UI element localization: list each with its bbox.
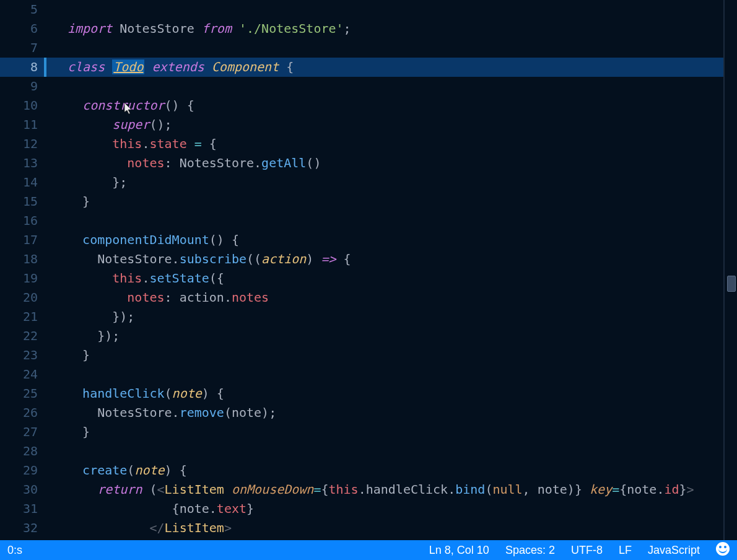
line-number: 10 [0,96,46,115]
line-number: 17 [0,230,46,250]
code-line[interactable]: } [46,346,725,365]
ruler-line [723,0,725,540]
code-line[interactable]: componentDidMount() { [46,230,725,250]
scrollbar-thumb[interactable] [727,276,736,292]
line-number: 32 [0,518,46,538]
code-line[interactable]: {note.text} [46,499,725,518]
code-line[interactable]: }); [46,307,725,326]
code-line[interactable] [46,442,725,461]
line-number: 5 [0,0,46,19]
code-line[interactable]: </ListItem> [46,518,725,538]
code-editor[interactable]: 5678910111213141516171819202122232425262… [0,0,737,540]
line-number: 15 [0,192,46,211]
status-language[interactable]: JavaScript [648,544,700,557]
line-number: 29 [0,461,46,480]
code-area[interactable]: import NotesStore from './NotesStore';cl… [46,0,725,540]
line-number: 26 [0,403,46,422]
line-number: 25 [0,384,46,403]
status-encoding[interactable]: UTF-8 [571,544,603,557]
line-number: 22 [0,326,46,346]
code-line[interactable]: this.setState({ [46,269,725,288]
line-number: 18 [0,250,46,269]
code-line[interactable]: import NotesStore from './NotesStore'; [46,19,725,38]
code-line[interactable] [46,0,725,19]
line-number: 14 [0,173,46,192]
code-line[interactable]: this.state = { [46,134,725,154]
code-line[interactable]: create(note) { [46,461,725,480]
status-bar: 0:s Ln 8, Col 10 Spaces: 2 UTF-8 LF Java… [0,540,737,560]
line-number: 9 [0,77,46,96]
line-number: 19 [0,269,46,288]
status-spaces[interactable]: Spaces: 2 [505,544,555,557]
line-number: 8 [0,58,46,77]
code-line[interactable]: handleClick(note) { [46,384,725,403]
line-number: 27 [0,422,46,442]
code-line[interactable]: }); [46,326,725,346]
code-line[interactable] [46,211,725,230]
code-line[interactable] [46,77,725,96]
code-line[interactable]: } [46,422,725,442]
code-line[interactable]: super(); [46,115,725,134]
line-number: 28 [0,442,46,461]
line-number: 31 [0,499,46,518]
line-number: 16 [0,211,46,230]
status-line-col[interactable]: Ln 8, Col 10 [429,544,489,557]
code-line[interactable]: NotesStore.subscribe((action) => { [46,250,725,269]
line-number: 24 [0,365,46,384]
code-line[interactable] [46,365,725,384]
line-number: 12 [0,134,46,154]
vertical-scrollbar[interactable] [726,0,737,540]
line-number: 6 [0,19,46,38]
code-line[interactable]: return (<ListItem onMouseDown={this.hand… [46,480,725,499]
line-number: 13 [0,154,46,173]
line-number-gutter: 5678910111213141516171819202122232425262… [0,0,46,540]
status-left-hint[interactable]: 0:s [7,544,22,557]
line-number: 20 [0,288,46,307]
line-number: 23 [0,346,46,365]
status-eol[interactable]: LF [619,544,632,557]
code-line[interactable]: } [46,192,725,211]
line-number: 11 [0,115,46,134]
code-line[interactable]: class Todo extends Component { [46,58,725,77]
line-number: 30 [0,480,46,499]
code-line[interactable]: notes: NotesStore.getAll() [46,154,725,173]
code-line[interactable]: notes: action.notes [46,288,725,307]
code-line[interactable]: constructor() { [46,96,725,115]
line-number: 7 [0,38,46,58]
code-line[interactable]: NotesStore.remove(note); [46,403,725,422]
code-line[interactable] [46,38,725,58]
feedback-smiley-icon[interactable] [716,542,730,559]
code-line[interactable]: }; [46,173,725,192]
line-number: 21 [0,307,46,326]
